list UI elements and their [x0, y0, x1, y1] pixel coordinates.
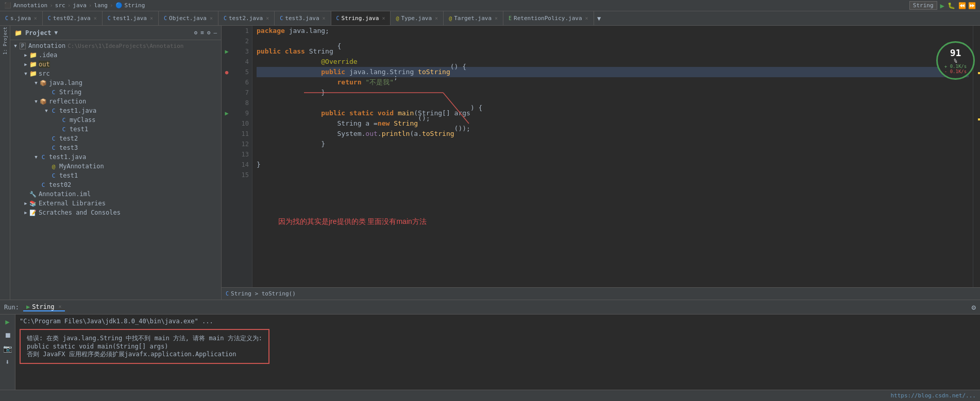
tree-item-test1-third[interactable]: C test1 — [10, 171, 221, 180]
tree-item-src[interactable]: ▼ 📁 src — [10, 69, 221, 78]
tree-arrow-java-lang[interactable]: ▼ — [33, 80, 39, 85]
run-btn[interactable]: ▶ — [940, 2, 944, 10]
toolbar-btn-1[interactable]: ⏪ — [958, 2, 966, 9]
tree-label-myclass: myClass — [70, 116, 96, 124]
tab-test1-java[interactable]: C test1.java × — [103, 11, 159, 25]
tree-item-annotation-root[interactable]: ▼ P Annotation C:\Users\1\IdeaProjects\A… — [10, 41, 221, 50]
tab-close-type[interactable]: × — [435, 15, 438, 21]
tab-close-test2[interactable]: × — [266, 15, 269, 21]
tree-label-test1-inner: test1 — [70, 126, 88, 133]
tree-arrow-external[interactable]: ▶ — [23, 201, 29, 206]
tree-item-reflection[interactable]: ▼ 📦 reflection — [10, 97, 221, 106]
annotation-text: 因为找的其实是jre提供的类 里面没有main方法 — [278, 217, 427, 225]
tree-item-out[interactable]: ▶ 📁 out — [10, 60, 221, 69]
tab-s-java[interactable]: C s.java × — [0, 11, 43, 25]
tab-close-target[interactable]: × — [495, 15, 498, 21]
tab-close-retention[interactable]: × — [585, 15, 588, 21]
tree-arrow-annotation[interactable]: ▼ — [12, 43, 19, 48]
footer-string-icon: C — [226, 291, 229, 297]
tab-test02-java[interactable]: C test02.java × — [43, 11, 103, 25]
tree-item-string-class[interactable]: C String — [10, 88, 221, 97]
breakpoint-5[interactable]: ● — [225, 69, 229, 76]
code-line-12: } — [257, 139, 969, 149]
gutter-8 — [222, 98, 232, 108]
favorites-project-icon[interactable]: 1: Project — [3, 27, 8, 55]
project-hide-btn[interactable]: — — [213, 29, 217, 36]
tree-label-string: String — [59, 89, 81, 96]
run-gutter-icon-9[interactable]: ▶ — [225, 110, 228, 117]
tree-item-test3[interactable]: C test3 — [10, 143, 221, 152]
line-num-12: 12 — [235, 139, 249, 149]
run-tab-close[interactable]: × — [59, 304, 62, 309]
tab-close-test3[interactable]: × — [323, 15, 326, 21]
tab-close-test1[interactable]: × — [150, 15, 153, 21]
method-println: println — [382, 129, 410, 139]
tree-item-java-lang[interactable]: ▼ 📦 java.lang — [10, 78, 221, 88]
tree-label-external: External Libraries — [39, 200, 106, 207]
tab-close-s-java[interactable]: × — [34, 15, 37, 21]
tree-arrow-out[interactable]: ▶ — [23, 62, 29, 67]
tab-type-java[interactable]: @ Type.java × — [391, 11, 444, 25]
project-collapse-btn[interactable]: ≡ — [200, 29, 204, 36]
project-sync-btn[interactable]: ⚙ — [194, 29, 198, 36]
tree-arrow-test1-java2[interactable]: ▼ — [33, 154, 39, 160]
project-gear-btn[interactable]: ⚙ — [207, 29, 211, 36]
run-gutter-icon[interactable]: ▶ — [225, 48, 228, 55]
gutter-area: ▶ ● ▶ — [222, 26, 232, 287]
tree-item-reflection-test1-java[interactable]: ▼ C test1.java — [10, 106, 221, 115]
tab-object-java[interactable]: C Object.java × — [159, 11, 218, 25]
tree-item-test1-inner[interactable]: C test1 — [10, 125, 221, 134]
tree-item-scratches[interactable]: ▶ 📝 Scratches and Consoles — [10, 208, 221, 217]
run-tab-string[interactable]: ▶ String × — [23, 303, 65, 311]
tree-item-annotation-iml[interactable]: 🔧 Annotation.iml — [10, 189, 221, 199]
new-string: String — [394, 118, 418, 129]
toolbar-btn-2[interactable]: ⏩ — [968, 2, 976, 9]
gutter-9[interactable]: ▶ — [222, 108, 232, 118]
editor-area: ▶ ● ▶ 1 — [222, 26, 980, 300]
tab-test2-java[interactable]: C test2.java × — [218, 11, 275, 25]
kw-return: return — [337, 77, 362, 88]
tab-test3-java[interactable]: C test3.java × — [275, 11, 331, 25]
run-stop-btn[interactable]: ⏹ — [3, 330, 12, 340]
gutter-2 — [222, 36, 232, 46]
gutter-3[interactable]: ▶ — [222, 46, 232, 57]
tree-arrow-scratches[interactable]: ▶ — [23, 210, 29, 215]
tab-overflow[interactable]: ▼ — [594, 11, 604, 25]
run-path: "C:\Program Files\Java\jdk1.8.0_40\bin\j… — [20, 318, 976, 325]
project-title: Project — [25, 29, 52, 37]
run-scroll-btn[interactable]: ⬇ — [4, 357, 10, 367]
tree-item-test2[interactable]: C test2 — [10, 134, 221, 143]
run-camera-btn[interactable]: 📷 — [2, 343, 13, 354]
debug-btn[interactable]: 🐛 — [948, 2, 955, 9]
tree-arrow-idea[interactable]: ▶ — [23, 53, 29, 58]
tree-item-myannotation[interactable]: @ MyAnnotation — [10, 162, 221, 171]
tab-close-string[interactable]: × — [382, 15, 385, 21]
tree-item-test02[interactable]: C test02 — [10, 180, 221, 189]
tree-label-test3: test3 — [59, 144, 78, 151]
tab-retentionpolicy-java[interactable]: E RetentionPolicy.java × — [503, 11, 594, 25]
tree-item-test1-java2[interactable]: ▼ C test1.java — [10, 152, 221, 162]
project-dropdown[interactable]: ▼ — [55, 29, 58, 36]
var-a-11: a — [414, 129, 418, 139]
tree-item-idea[interactable]: ▶ 📁 .idea — [10, 50, 221, 60]
tree-path-annotation: C:\Users\1\IdeaProjects\Annotation — [67, 43, 183, 49]
tab-target-java[interactable]: @ Target.java × — [444, 11, 503, 25]
breadcrumb-text: Annotation — [13, 2, 47, 9]
tab-string-java[interactable]: C String.java × — [331, 11, 391, 25]
gutter-13 — [222, 149, 232, 160]
tree-label-scratches: Scratches and Consoles — [39, 209, 121, 216]
tab-close-test02[interactable]: × — [94, 15, 97, 21]
tree-arrow-src[interactable]: ▼ — [23, 71, 29, 76]
tree-arrow-ref-test1[interactable]: ▼ — [43, 108, 49, 113]
test2-icon: C — [49, 135, 58, 142]
tree-item-external-libs[interactable]: ▶ 📚 External Libraries — [10, 199, 221, 208]
tree-arrow-reflection[interactable]: ▼ — [33, 99, 39, 104]
tab-close-object[interactable]: × — [210, 15, 213, 21]
line-num-3: 3 — [235, 46, 249, 57]
breadcrumb-annotation[interactable]: ⬛ — [4, 2, 11, 9]
tree-item-myclass[interactable]: C myClass — [10, 115, 221, 125]
run-play-btn[interactable]: ▶ — [4, 317, 10, 327]
out-folder-icon: 📁 — [29, 61, 37, 68]
code-view[interactable]: package java.lang; public class String {… — [252, 26, 973, 287]
run-settings-btn[interactable]: ⚙ — [972, 303, 976, 311]
